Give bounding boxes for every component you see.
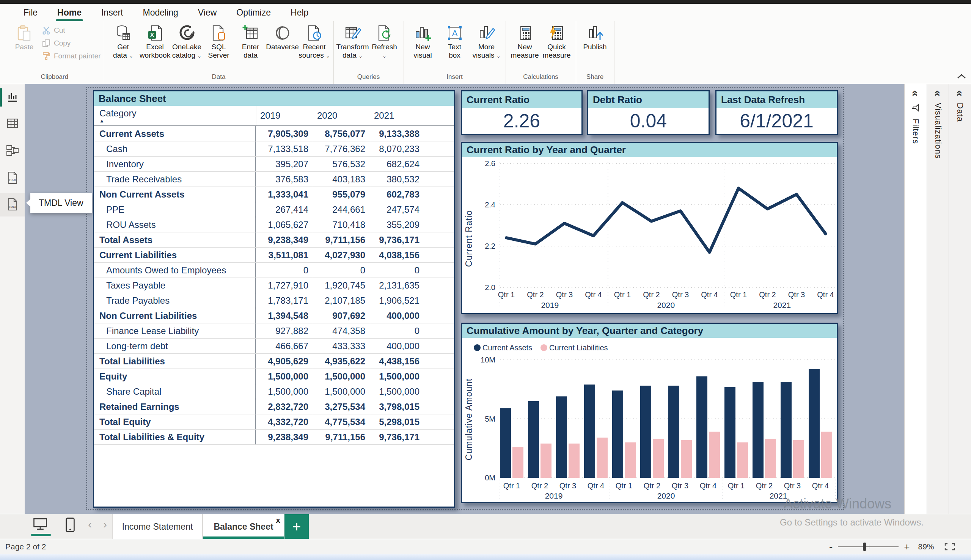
expand-pane-chevron-icon[interactable]: « [909,90,922,97]
bar-current-assets[interactable] [752,382,764,478]
table-row[interactable]: Non Current Assets1,333,041955,079602,78… [94,187,454,202]
table-row[interactable]: Total Liabilities4,905,6294,935,6224,438… [94,354,454,369]
bar-current-assets[interactable] [528,401,539,478]
menu-tab-modeling[interactable]: Modeling [133,4,188,21]
kpi-card-debt-ratio[interactable]: Debt Ratio0.04 [587,90,710,135]
kpi-card-current-ratio[interactable]: Current Ratio2.26 [461,90,582,135]
bar-current-assets[interactable] [640,386,651,478]
pane-data[interactable]: «Data [949,84,971,514]
bar-current-assets[interactable] [696,377,707,478]
report-canvas[interactable]: Balance Sheet Category▲201920202021 Curr… [25,84,904,514]
bar-current-liabilities[interactable] [541,443,552,478]
ribbon-button-transform-data[interactable]: Transformdata ⌄ [337,21,369,60]
add-page-button[interactable]: + [284,514,309,539]
bar-current-assets[interactable] [809,369,820,478]
bar-current-assets[interactable] [724,387,736,478]
bar-current-liabilities[interactable] [653,439,664,478]
previous-page-arrow[interactable]: ‹ [88,518,92,531]
ribbon-button-text-box[interactable]: ATextbox [439,21,471,60]
table-row[interactable]: ROU Assets1,065,627710,418355,209 [94,217,454,232]
table-row[interactable]: Amounts Owed to Employees000 [94,263,454,278]
table-row[interactable]: Trade Receivables376,583403,183380,532 [94,172,454,187]
table-row[interactable]: Equity1,500,0001,500,0001,500,000 [94,369,454,384]
table-row[interactable]: Total Liabilities & Equity9,238,3499,711… [94,430,454,445]
bar-current-liabilities[interactable] [765,439,776,478]
table-row[interactable]: Trade Payables1,783,1712,107,1851,906,52… [94,293,454,308]
mobile-layout-icon[interactable] [65,517,76,533]
table-row[interactable]: Total Equity4,332,7204,775,5345,298,015 [94,414,454,430]
desktop-layout-icon[interactable] [33,518,48,530]
zoom-out-button[interactable]: - [829,541,833,553]
ribbon-button-new-visual[interactable]: Newvisual [407,21,439,60]
bar-current-liabilities[interactable] [512,447,524,478]
table-row[interactable]: Taxes Payable1,727,9101,920,7452,131,635 [94,278,454,293]
table-row[interactable]: PPE267,414244,661247,574 [94,202,454,217]
sidebar-item-dax-query-view[interactable]: DAX [5,171,20,185]
menu-tab-view[interactable]: View [188,4,227,21]
kpi-card-last-data-refresh[interactable]: Last Data Refresh6/1/2021 [715,90,838,135]
ribbon-button-onelake-catalog[interactable]: OneLakecatalog ⌄ [171,21,203,60]
zoom-slider[interactable] [838,547,899,547]
ribbon-button-recent-sources[interactable]: Recentsources ⌄ [299,21,330,60]
menu-tab-home[interactable]: Home [47,4,92,21]
sheet-tab-income-statement[interactable]: Income Statement [112,514,202,539]
line-series-current-ratio[interactable] [506,188,826,252]
ribbon-button-get-data[interactable]: Getdata ⌄ [107,21,139,60]
bar-current-liabilities[interactable] [821,432,832,478]
bar-chart-visual[interactable]: Cumulative Amount by Year, Quarter and C… [461,323,838,503]
table-row[interactable]: Current Assets7,905,3098,756,0779,133,38… [94,126,454,142]
bar-current-assets[interactable] [584,385,595,478]
table-row[interactable]: Share Capital1,500,0001,500,0001,500,000 [94,384,454,399]
bar-current-assets[interactable] [781,382,792,478]
sidebar-item-report-view[interactable] [5,90,20,105]
ribbon-button-quick-measure[interactable]: Quickmeasure [541,21,573,60]
table-row[interactable]: Long-term debt466,667433,333400,000 [94,338,454,354]
bar-current-assets[interactable] [556,396,567,478]
fit-to-page-icon[interactable] [944,543,956,551]
ribbon-button-dataverse[interactable]: Dataverse [267,21,299,51]
column-header-category[interactable]: Category▲ [94,106,256,125]
bar-current-liabilities[interactable] [569,443,580,478]
next-page-arrow[interactable]: › [103,518,107,531]
ribbon-button-refresh[interactable]: Refresh⌄ [369,21,400,60]
ribbon-button-new-measure[interactable]: Newmeasure [509,21,541,60]
ribbon-button-excel-workbook[interactable]: XExcelworkbook [139,21,171,60]
close-tab-button[interactable]: x [276,516,280,525]
zoom-in-button[interactable]: + [904,541,909,553]
sidebar-item-table-view[interactable] [5,116,20,130]
bar-current-liabilities[interactable] [625,442,636,478]
sheet-tab-balance-sheet[interactable]: Balance Sheetx [202,514,284,539]
column-header-2021[interactable]: 2021 [370,106,424,125]
pane-filters[interactable]: «Filters [904,84,927,514]
sidebar-item-tmdl-view[interactable]: TMDL [5,197,20,212]
sidebar-item-model-view[interactable] [5,143,20,158]
column-header-2019[interactable]: 2019 [256,106,313,125]
bar-current-liabilities[interactable] [709,432,720,478]
expand-pane-chevron-icon[interactable]: « [954,90,966,97]
bar-current-assets[interactable] [612,390,623,478]
table-header-row[interactable]: Category▲201920202021 [94,106,454,126]
bar-current-assets[interactable] [500,408,511,478]
bar-current-liabilities[interactable] [737,442,748,478]
expand-pane-chevron-icon[interactable]: « [931,90,944,97]
collapse-ribbon-chevron-icon[interactable] [957,73,966,80]
menu-tab-help[interactable]: Help [281,4,318,21]
bar-current-assets[interactable] [668,386,679,478]
bar-current-liabilities[interactable] [681,440,692,478]
bar-current-liabilities[interactable] [793,440,804,478]
pane-visualizations[interactable]: «Visualizations [927,84,949,514]
table-row[interactable]: Inventory395,207576,532682,624 [94,157,454,172]
ribbon-button-sql-server[interactable]: SQLServer [203,21,235,60]
table-row[interactable]: Non Current Liabilities1,394,548907,6924… [94,308,454,323]
bar-current-liabilities[interactable] [597,438,607,478]
table-row[interactable]: Retained Earnings2,832,7203,275,5343,798… [94,399,454,414]
table-visual[interactable]: Balance Sheet Category▲201920202021 Curr… [93,90,455,508]
menu-tab-optimize[interactable]: Optimize [227,4,281,21]
table-row[interactable]: Cash7,133,5187,776,3628,070,233 [94,142,454,157]
menu-tab-insert[interactable]: Insert [92,4,133,21]
table-row[interactable]: Total Assets9,238,3499,711,1569,736,171 [94,232,454,248]
ribbon-button-more-visuals[interactable]: Morevisuals ⌄ [471,21,502,60]
table-row[interactable]: Current Liabilities3,511,0814,027,9304,0… [94,248,454,263]
column-header-2020[interactable]: 2020 [313,106,370,125]
menu-tab-file[interactable]: File [13,4,47,21]
